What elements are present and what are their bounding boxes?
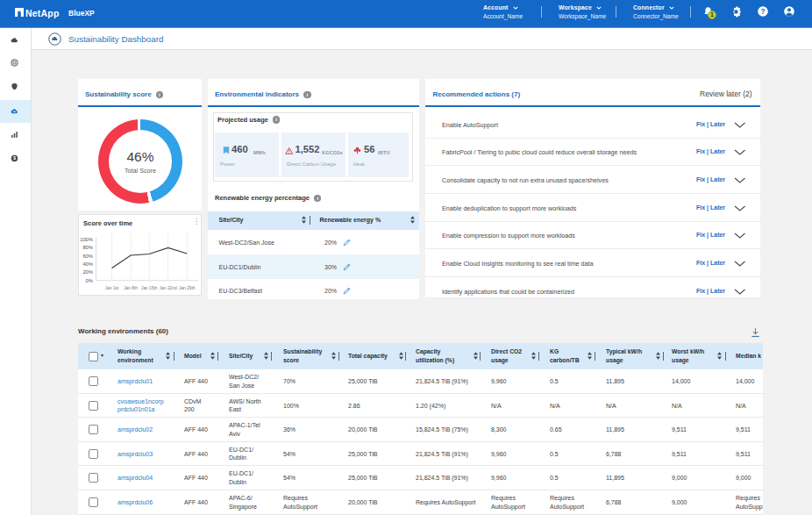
svg-text:Jan 22nd: Jan 22nd — [160, 286, 177, 290]
svg-text:0%: 0% — [86, 278, 93, 283]
svg-text:?: ? — [761, 8, 766, 16]
svg-text:60%: 60% — [82, 254, 93, 259]
svg-text:40%: 40% — [82, 261, 93, 267]
svg-text:80%: 80% — [82, 245, 93, 250]
svg-text:Jan 8th: Jan 8th — [124, 286, 138, 290]
svg-text:$: $ — [13, 156, 16, 161]
svg-text:Jan 29th: Jan 29th — [179, 286, 196, 290]
svg-text:Jan 15th: Jan 15th — [141, 286, 158, 290]
svg-text:20%: 20% — [82, 269, 93, 275]
svg-text:Jan 1st: Jan 1st — [105, 286, 119, 290]
svg-text:100%: 100% — [80, 237, 93, 242]
